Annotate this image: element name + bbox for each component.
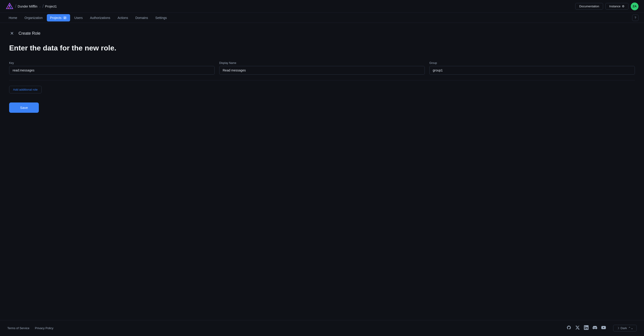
page-title: Create Role bbox=[18, 31, 40, 36]
form-row-main: Key Display Name Group bbox=[9, 61, 635, 75]
group-label: Group bbox=[429, 61, 635, 65]
footer: Terms of Service Privacy Policy bbox=[0, 320, 644, 336]
form-group-display-name: Display Name bbox=[219, 61, 425, 75]
form-heading: Enter the data for the new role. bbox=[9, 44, 635, 52]
moon-icon: ☽ bbox=[616, 327, 619, 330]
close-button[interactable]: ✕ bbox=[9, 30, 15, 36]
nav-item-actions[interactable]: Actions bbox=[114, 14, 131, 21]
gear-icon: ⚙ bbox=[622, 4, 624, 8]
avatar[interactable]: ZA bbox=[631, 2, 638, 10]
group-input[interactable] bbox=[429, 66, 635, 75]
nav-item-settings[interactable]: Settings bbox=[152, 14, 170, 21]
instance-button[interactable]: Instance ⚙ bbox=[606, 3, 628, 9]
projects-badge: 2 bbox=[63, 16, 67, 19]
footer-social bbox=[566, 325, 606, 331]
save-button[interactable]: Save bbox=[9, 102, 39, 113]
footer-links: Terms of Service Privacy Policy bbox=[7, 327, 54, 330]
breadcrumb-sep-2: / bbox=[42, 4, 44, 9]
nav-item-home[interactable]: Home bbox=[6, 14, 20, 21]
form-group-key: Key bbox=[9, 61, 215, 75]
nav-item-users[interactable]: Users bbox=[71, 14, 86, 21]
documentation-button[interactable]: Documentation bbox=[575, 3, 603, 9]
logo-icon bbox=[6, 2, 14, 10]
chevron-down-icon: ⌄ bbox=[39, 5, 41, 8]
nav-item-domains[interactable]: Domains bbox=[132, 14, 151, 21]
breadcrumb-sep-1: / bbox=[15, 4, 16, 9]
twitter-icon[interactable] bbox=[575, 325, 580, 331]
privacy-policy-link[interactable]: Privacy Policy bbox=[35, 327, 54, 330]
linkedin-icon[interactable] bbox=[584, 325, 588, 331]
nav-item-authorizations[interactable]: Authorizations bbox=[87, 14, 114, 21]
terms-of-service-link[interactable]: Terms of Service bbox=[7, 327, 30, 330]
help-button[interactable]: ? bbox=[632, 14, 638, 21]
footer-right: ☽ Dark ⌃⌄ bbox=[613, 325, 637, 332]
add-additional-role-button[interactable]: Add additional role bbox=[9, 86, 42, 93]
logo[interactable]: / Dunder Mifflin ⌄ / Project1 bbox=[6, 2, 57, 10]
github-icon[interactable] bbox=[566, 325, 571, 331]
page-header: ✕ Create Role bbox=[9, 30, 635, 36]
nav: Home Organization Projects 2 Users Autho… bbox=[0, 13, 644, 23]
theme-toggle-button[interactable]: ☽ Dark ⌃⌄ bbox=[613, 325, 637, 332]
youtube-icon[interactable] bbox=[601, 325, 606, 331]
header: / Dunder Mifflin ⌄ / Project1 Documentat… bbox=[0, 0, 644, 13]
nav-item-organization[interactable]: Organization bbox=[21, 14, 46, 21]
key-input[interactable] bbox=[9, 66, 215, 75]
display-name-label: Display Name bbox=[219, 61, 425, 65]
divider bbox=[9, 80, 635, 80]
discord-icon[interactable] bbox=[592, 325, 597, 331]
form-group-group: Group bbox=[429, 61, 635, 75]
breadcrumb-org[interactable]: Dunder Mifflin ⌄ bbox=[18, 4, 41, 8]
nav-item-projects[interactable]: Projects 2 bbox=[47, 14, 70, 21]
svg-point-3 bbox=[9, 5, 10, 6]
key-label: Key bbox=[9, 61, 215, 65]
display-name-input[interactable] bbox=[219, 66, 425, 75]
breadcrumb-project[interactable]: Project1 bbox=[45, 4, 57, 8]
svg-line-2 bbox=[10, 6, 11, 9]
chevron-up-down-icon: ⌃⌄ bbox=[628, 327, 633, 330]
main-content: ✕ Create Role Enter the data for the new… bbox=[0, 23, 644, 320]
svg-line-1 bbox=[8, 6, 10, 9]
header-actions: Documentation Instance ⚙ ZA bbox=[575, 2, 638, 10]
